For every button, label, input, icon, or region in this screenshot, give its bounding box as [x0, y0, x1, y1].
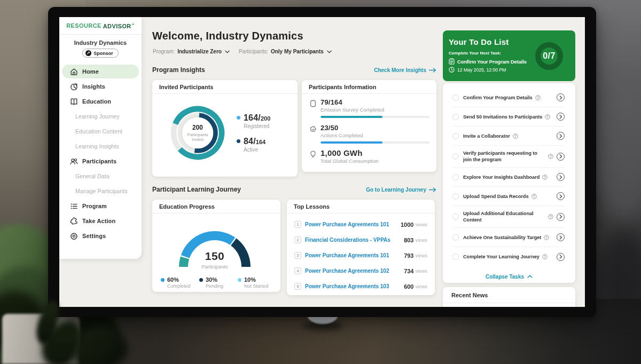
- sidebar-item-insights[interactable]: Insights: [59, 79, 142, 94]
- task-label: Achieve One Sustainability Target: [463, 234, 541, 241]
- lesson-rank-badge: 5: [294, 283, 301, 290]
- question-icon[interactable]: [535, 95, 541, 100]
- sidebar-item-take-action[interactable]: Take Action: [59, 213, 142, 228]
- sidebar-item-learning-journey[interactable]: Learning Journey: [59, 109, 142, 124]
- task-go-button[interactable]: [557, 93, 565, 101]
- participants-information-title: Participants Information: [302, 80, 436, 94]
- legend-label: Active: [244, 147, 270, 153]
- lesson-views-label: views: [415, 253, 427, 258]
- lesson-link[interactable]: Power Purchase Agreements 103: [305, 283, 404, 289]
- collapse-tasks-link[interactable]: Collapse Tasks: [443, 274, 575, 280]
- learning-journey-header: Participant Learning Journey Go to Learn…: [152, 186, 436, 193]
- task-checkbox[interactable]: [452, 213, 459, 220]
- task-go-button[interactable]: [557, 213, 565, 221]
- logo-plus: +: [132, 22, 135, 27]
- task-checkbox[interactable]: [452, 94, 459, 101]
- todo-next-task: Confirm Your Program Details: [449, 58, 527, 65]
- todo-next-due: 12 May 2025, 12:00 PM: [449, 67, 506, 73]
- task-label: Explore Your Insights Dashboard: [463, 174, 540, 180]
- task-checkbox[interactable]: [452, 254, 459, 260]
- settings-icon: [70, 232, 78, 240]
- top-lessons-card: Top Lessons 1Power Purchase Agreements 1…: [287, 200, 435, 295]
- sponsor-label: Sponsor: [93, 51, 113, 56]
- lesson-link[interactable]: Power Purchase Agreements 101: [305, 252, 404, 258]
- info-value: 79/164: [320, 98, 429, 106]
- info-value: 1,000 GWh: [320, 148, 429, 157]
- legend-total: 200: [261, 115, 270, 122]
- sidebar-item-home[interactable]: Home: [59, 64, 142, 79]
- program-filter-value[interactable]: Industrialize Zero: [177, 49, 222, 54]
- chevron-down-icon[interactable]: [225, 49, 230, 54]
- dashboard-screen: RESOURCE ADVISOR+ Industry Dynamics Spon…: [59, 17, 585, 307]
- info-value: 23/50: [320, 124, 429, 132]
- info-row: 1,000 GWhTotal Global Consumption: [309, 148, 429, 164]
- lesson-link[interactable]: Financial Considerations - VPPAs: [305, 237, 404, 243]
- program-insights-header: Program Insights Check More Insights: [152, 66, 436, 74]
- task-label: Confirm Your Program Details: [463, 94, 533, 101]
- task-checkbox[interactable]: [452, 193, 459, 200]
- invited-participants-card: Invited Participants 200 Participants In…: [152, 80, 298, 177]
- gauge-legend-item: 60%Completed: [161, 276, 199, 289]
- sidebar-item-label: Education Content: [75, 128, 122, 134]
- participants-label: Participants: [175, 264, 255, 270]
- sidebar-item-general-data[interactable]: General Data: [59, 169, 142, 184]
- sidebar-item-label: Participants: [82, 158, 116, 164]
- legend-label: Pending: [206, 283, 238, 289]
- lesson-link[interactable]: Power Purchase Agreements 101: [305, 221, 401, 227]
- question-icon[interactable]: [542, 254, 548, 259]
- task-go-button[interactable]: [557, 253, 565, 261]
- question-icon[interactable]: [531, 194, 537, 199]
- chevron-down-icon[interactable]: [327, 49, 332, 54]
- invited-participants-title: Invited Participants: [152, 80, 298, 94]
- survey-icon: [309, 100, 317, 107]
- legend-value: 84/: [244, 137, 256, 146]
- monitor-bezel: RESOURCE ADVISOR+ Industry Dynamics Spon…: [48, 7, 596, 317]
- legend-dot: [237, 139, 240, 143]
- sidebar-item-program[interactable]: Program: [59, 199, 142, 213]
- legend-label: Completed: [167, 283, 199, 289]
- task-go-button[interactable]: [557, 192, 565, 200]
- legend-dot: [161, 278, 165, 282]
- sidebar-item-education[interactable]: Education: [59, 94, 142, 109]
- task-checkbox[interactable]: [452, 114, 459, 120]
- go-to-learning-journey-link[interactable]: Go to Learning Journey: [366, 187, 436, 193]
- sidebar-item-label: Learning Insights: [75, 143, 119, 149]
- todo-task-row: Confirm Your Program Details: [452, 88, 565, 107]
- arrow-right-icon: [429, 68, 436, 73]
- task-go-button[interactable]: [557, 153, 565, 161]
- invited-participants-donut-chart: 200 Participants Invited: [168, 104, 227, 162]
- check-more-insights-link[interactable]: Check More Insights: [374, 67, 436, 73]
- task-go-button[interactable]: [557, 113, 565, 121]
- question-icon[interactable]: [544, 235, 549, 240]
- question-icon[interactable]: [513, 133, 518, 139]
- photo-of-monitor: RESOURCE ADVISOR+ Industry Dynamics Spon…: [0, 0, 641, 364]
- task-checkbox[interactable]: [452, 174, 459, 180]
- sidebar-item-label: Learning Journey: [75, 113, 120, 120]
- question-icon[interactable]: [545, 114, 550, 120]
- lesson-row: 4Power Purchase Agreements 102734views: [294, 263, 427, 279]
- task-go-button[interactable]: [557, 173, 565, 181]
- todo-task-list: Confirm Your Program DetailsSend 50 Invi…: [443, 83, 575, 283]
- lesson-views-count: 734: [404, 268, 413, 274]
- task-go-button[interactable]: [557, 233, 565, 241]
- task-checkbox[interactable]: [452, 234, 459, 241]
- lesson-link[interactable]: Power Purchase Agreements 102: [305, 268, 404, 274]
- question-icon[interactable]: [542, 175, 548, 180]
- task-checkbox[interactable]: [452, 133, 459, 139]
- task-checkbox[interactable]: [452, 153, 459, 160]
- task-go-button[interactable]: [557, 132, 565, 140]
- sidebar-item-manage-participants[interactable]: Manage Participants: [59, 184, 142, 199]
- sidebar-item-label: Manage Participants: [75, 188, 128, 194]
- legend-label: Registered: [244, 123, 270, 129]
- question-icon[interactable]: [548, 154, 553, 159]
- participants-filter-value[interactable]: Only My Participants: [271, 49, 324, 54]
- lesson-row: 1Power Purchase Agreements 1011000views: [294, 217, 427, 232]
- sidebar-item-participants[interactable]: Participants: [59, 154, 142, 169]
- sidebar-item-settings[interactable]: Settings: [59, 228, 142, 243]
- lesson-rank-badge: 2: [294, 236, 301, 243]
- sidebar-item-learning-insights[interactable]: Learning Insights: [59, 139, 142, 154]
- todo-task-row: Explore Your Insights Dashboard: [452, 168, 565, 187]
- question-icon[interactable]: [548, 214, 553, 219]
- sidebar-item-education-content[interactable]: Education Content: [59, 124, 142, 139]
- resource-advisor-logo[interactable]: RESOURCE ADVISOR+: [59, 17, 142, 35]
